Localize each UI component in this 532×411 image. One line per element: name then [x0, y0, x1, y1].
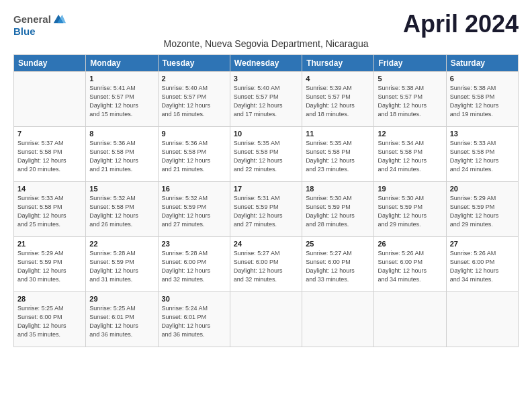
- calendar-cell: 7Sunrise: 5:37 AM Sunset: 5:58 PM Daylig…: [14, 127, 86, 182]
- calendar-cell: 16Sunrise: 5:32 AM Sunset: 5:59 PM Dayli…: [158, 182, 230, 237]
- day-number: 16: [162, 185, 226, 193]
- day-info: Sunrise: 5:35 AM Sunset: 5:58 PM Dayligh…: [306, 139, 370, 174]
- day-number: 23: [162, 240, 226, 248]
- calendar-cell: 3Sunrise: 5:40 AM Sunset: 5:57 PM Daylig…: [230, 72, 302, 127]
- day-number: 22: [89, 240, 154, 248]
- day-number: 25: [306, 240, 370, 248]
- calendar-cell: 30Sunrise: 5:24 AM Sunset: 6:01 PM Dayli…: [158, 292, 230, 347]
- calendar-cell: 4Sunrise: 5:39 AM Sunset: 5:57 PM Daylig…: [302, 72, 374, 127]
- calendar-header-row: SundayMondayTuesdayWednesdayThursdayFrid…: [14, 55, 519, 72]
- day-info: Sunrise: 5:40 AM Sunset: 5:57 PM Dayligh…: [234, 84, 298, 119]
- day-info: Sunrise: 5:26 AM Sunset: 6:00 PM Dayligh…: [378, 249, 442, 284]
- day-info: Sunrise: 5:29 AM Sunset: 5:59 PM Dayligh…: [17, 249, 82, 284]
- weekday-header-friday: Friday: [374, 55, 446, 72]
- day-number: 29: [89, 295, 154, 303]
- day-number: 20: [450, 185, 515, 193]
- day-number: 30: [162, 295, 226, 303]
- day-info: Sunrise: 5:27 AM Sunset: 6:00 PM Dayligh…: [234, 249, 298, 284]
- day-number: 15: [89, 185, 154, 193]
- day-info: Sunrise: 5:34 AM Sunset: 5:58 PM Dayligh…: [378, 139, 442, 174]
- day-number: 17: [234, 185, 298, 193]
- day-number: 9: [162, 130, 226, 138]
- calendar-cell: [302, 292, 374, 347]
- calendar-cell: 23Sunrise: 5:28 AM Sunset: 6:00 PM Dayli…: [158, 237, 230, 292]
- header: General Blue April 2024: [13, 12, 519, 37]
- calendar-cell: 17Sunrise: 5:31 AM Sunset: 5:59 PM Dayli…: [230, 182, 302, 237]
- day-info: Sunrise: 5:38 AM Sunset: 5:57 PM Dayligh…: [378, 84, 442, 119]
- calendar-cell: 12Sunrise: 5:34 AM Sunset: 5:58 PM Dayli…: [374, 127, 446, 182]
- weekday-header-wednesday: Wednesday: [230, 55, 302, 72]
- day-number: 4: [306, 75, 370, 83]
- calendar-cell: 29Sunrise: 5:25 AM Sunset: 6:01 PM Dayli…: [86, 292, 158, 347]
- calendar-cell: [14, 72, 86, 127]
- day-info: Sunrise: 5:27 AM Sunset: 6:00 PM Dayligh…: [306, 249, 370, 284]
- calendar-week-row: 1Sunrise: 5:41 AM Sunset: 5:57 PM Daylig…: [14, 72, 519, 127]
- weekday-header-monday: Monday: [86, 55, 158, 72]
- weekday-header-saturday: Saturday: [446, 55, 518, 72]
- day-info: Sunrise: 5:36 AM Sunset: 5:58 PM Dayligh…: [89, 139, 154, 174]
- day-info: Sunrise: 5:35 AM Sunset: 5:58 PM Dayligh…: [234, 139, 298, 174]
- calendar-cell: 6Sunrise: 5:38 AM Sunset: 5:58 PM Daylig…: [446, 72, 518, 127]
- page: General Blue April 2024 Mozonte, Nueva S…: [0, 0, 532, 411]
- calendar-cell: 15Sunrise: 5:32 AM Sunset: 5:58 PM Dayli…: [86, 182, 158, 237]
- calendar-cell: 27Sunrise: 5:26 AM Sunset: 6:00 PM Dayli…: [446, 237, 518, 292]
- day-number: 28: [17, 295, 82, 303]
- calendar-cell: 19Sunrise: 5:30 AM Sunset: 5:59 PM Dayli…: [374, 182, 446, 237]
- month-title: April 2024: [403, 12, 519, 36]
- day-number: 7: [17, 130, 82, 138]
- calendar-cell: 5Sunrise: 5:38 AM Sunset: 5:57 PM Daylig…: [374, 72, 446, 127]
- logo-general-text: General: [13, 13, 51, 25]
- day-info: Sunrise: 5:24 AM Sunset: 6:01 PM Dayligh…: [162, 304, 226, 339]
- day-number: 3: [234, 75, 298, 83]
- day-info: Sunrise: 5:37 AM Sunset: 5:58 PM Dayligh…: [17, 139, 82, 174]
- calendar-cell: 2Sunrise: 5:40 AM Sunset: 5:57 PM Daylig…: [158, 72, 230, 127]
- day-number: 26: [378, 240, 442, 248]
- day-number: 5: [378, 75, 442, 83]
- day-info: Sunrise: 5:33 AM Sunset: 5:58 PM Dayligh…: [17, 194, 82, 229]
- day-number: 19: [378, 185, 442, 193]
- calendar-cell: 26Sunrise: 5:26 AM Sunset: 6:00 PM Dayli…: [374, 237, 446, 292]
- day-info: Sunrise: 5:30 AM Sunset: 5:59 PM Dayligh…: [378, 194, 442, 229]
- day-info: Sunrise: 5:26 AM Sunset: 6:00 PM Dayligh…: [450, 249, 515, 284]
- day-number: 6: [450, 75, 515, 83]
- day-info: Sunrise: 5:25 AM Sunset: 6:01 PM Dayligh…: [89, 304, 154, 339]
- day-info: Sunrise: 5:30 AM Sunset: 5:59 PM Dayligh…: [306, 194, 370, 229]
- day-info: Sunrise: 5:25 AM Sunset: 6:00 PM Dayligh…: [17, 304, 82, 339]
- calendar-cell: [374, 292, 446, 347]
- day-info: Sunrise: 5:36 AM Sunset: 5:58 PM Dayligh…: [162, 139, 226, 174]
- calendar-cell: [230, 292, 302, 347]
- day-info: Sunrise: 5:28 AM Sunset: 6:00 PM Dayligh…: [162, 249, 226, 284]
- subtitle: Mozonte, Nueva Segovia Department, Nicar…: [13, 38, 519, 49]
- day-number: 12: [378, 130, 442, 138]
- day-info: Sunrise: 5:29 AM Sunset: 5:59 PM Dayligh…: [450, 194, 515, 229]
- day-info: Sunrise: 5:33 AM Sunset: 5:58 PM Dayligh…: [450, 139, 515, 174]
- day-info: Sunrise: 5:32 AM Sunset: 5:58 PM Dayligh…: [89, 194, 154, 229]
- calendar-cell: 22Sunrise: 5:28 AM Sunset: 5:59 PM Dayli…: [86, 237, 158, 292]
- day-number: 8: [89, 130, 154, 138]
- logo: General Blue: [13, 12, 66, 37]
- day-number: 1: [89, 75, 154, 83]
- day-number: 18: [306, 185, 370, 193]
- calendar-week-row: 28Sunrise: 5:25 AM Sunset: 6:00 PM Dayli…: [14, 292, 519, 347]
- day-info: Sunrise: 5:40 AM Sunset: 5:57 PM Dayligh…: [162, 84, 226, 119]
- logo-blue-text: Blue: [13, 26, 36, 37]
- day-number: 10: [234, 130, 298, 138]
- day-number: 21: [17, 240, 82, 248]
- calendar-cell: 9Sunrise: 5:36 AM Sunset: 5:58 PM Daylig…: [158, 127, 230, 182]
- day-info: Sunrise: 5:32 AM Sunset: 5:59 PM Dayligh…: [162, 194, 226, 229]
- calendar-week-row: 14Sunrise: 5:33 AM Sunset: 5:58 PM Dayli…: [14, 182, 519, 237]
- day-info: Sunrise: 5:41 AM Sunset: 5:57 PM Dayligh…: [89, 84, 154, 119]
- calendar-cell: 11Sunrise: 5:35 AM Sunset: 5:58 PM Dayli…: [302, 127, 374, 182]
- calendar-cell: 21Sunrise: 5:29 AM Sunset: 5:59 PM Dayli…: [14, 237, 86, 292]
- calendar-cell: 18Sunrise: 5:30 AM Sunset: 5:59 PM Dayli…: [302, 182, 374, 237]
- calendar-cell: 24Sunrise: 5:27 AM Sunset: 6:00 PM Dayli…: [230, 237, 302, 292]
- calendar-cell: [446, 292, 518, 347]
- day-info: Sunrise: 5:28 AM Sunset: 5:59 PM Dayligh…: [89, 249, 154, 284]
- day-info: Sunrise: 5:39 AM Sunset: 5:57 PM Dayligh…: [306, 84, 370, 119]
- calendar-cell: 20Sunrise: 5:29 AM Sunset: 5:59 PM Dayli…: [446, 182, 518, 237]
- day-number: 24: [234, 240, 298, 248]
- calendar-week-row: 21Sunrise: 5:29 AM Sunset: 5:59 PM Dayli…: [14, 237, 519, 292]
- weekday-header-thursday: Thursday: [302, 55, 374, 72]
- day-info: Sunrise: 5:31 AM Sunset: 5:59 PM Dayligh…: [234, 194, 298, 229]
- weekday-header-tuesday: Tuesday: [158, 55, 230, 72]
